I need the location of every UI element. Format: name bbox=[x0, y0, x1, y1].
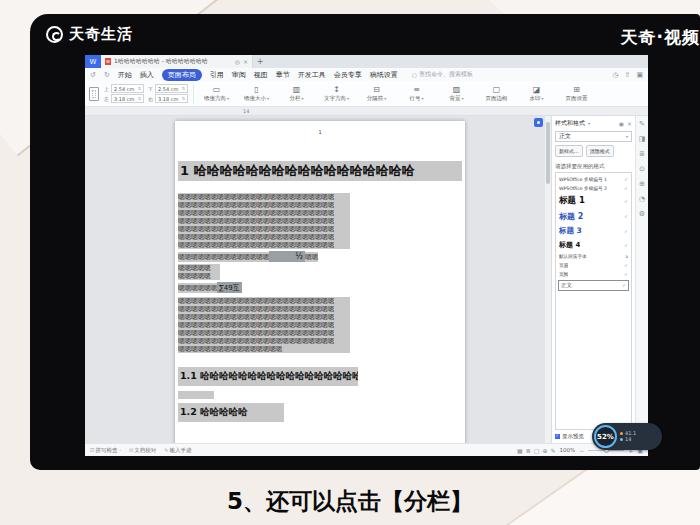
menu-item[interactable]: 章节 bbox=[276, 70, 290, 80]
style-item[interactable]: WPSOffice 多级编号 1 ✓ bbox=[556, 175, 631, 184]
undo-icon[interactable]: ↺ bbox=[90, 71, 96, 79]
spinner-arrows-icon[interactable]: ⇅ bbox=[138, 96, 141, 101]
menu-item[interactable]: 插入 bbox=[140, 70, 154, 80]
scrollbar-thumb[interactable] bbox=[546, 122, 550, 184]
spinner-arrows-icon[interactable]: ⇅ bbox=[182, 96, 185, 101]
menu-utility-icon[interactable]: ▣ bbox=[636, 71, 643, 79]
pane-close-icon[interactable]: × bbox=[627, 120, 632, 127]
status-item[interactable]: ☑ 拼写检查 · bbox=[90, 447, 121, 454]
side-tool-icon[interactable]: ≣ bbox=[639, 151, 645, 158]
style-dropdown[interactable]: 正文 ▾ bbox=[555, 131, 632, 142]
pane-pin-icon[interactable]: ◉ bbox=[619, 120, 624, 127]
side-tool-icon[interactable]: ◨ bbox=[639, 136, 646, 143]
document-locate-pin-icon[interactable] bbox=[534, 118, 543, 127]
ribbon-button[interactable]: ≡ 行号▾ bbox=[399, 86, 434, 102]
ribbon-button[interactable]: ⊟ 分隔符▾ bbox=[359, 86, 394, 102]
style-item[interactable]: 标题 3 ✓ bbox=[556, 224, 631, 238]
style-item-checkmark: ✓ bbox=[624, 229, 628, 234]
side-tool-icon[interactable]: ⚙ bbox=[639, 211, 645, 218]
style-item[interactable]: 正文 ✓ bbox=[558, 280, 629, 291]
spinner-arrows-icon[interactable]: ⇅ bbox=[182, 86, 185, 91]
style-item[interactable]: 默认段落字体 a bbox=[556, 252, 631, 261]
ribbon-button[interactable]: ◪ 水印▾ bbox=[519, 86, 554, 102]
inline-sum-equation[interactable]: ∑49互 bbox=[217, 282, 242, 293]
checkbox-checked-icon[interactable] bbox=[555, 434, 560, 439]
ribbon-button[interactable]: ⊞ 页面设置▾ bbox=[559, 86, 594, 102]
document-canvas[interactable]: 1 1 哈哈哈哈哈哈哈哈哈哈哈哈哈哈哈哈哈 嗯嗯嗯嗯嗯嗯嗯嗯嗯嗯嗯嗯嗯嗯嗯嗯嗯嗯… bbox=[85, 116, 545, 443]
status-item-icon: ☑ bbox=[90, 447, 94, 453]
status-item[interactable]: ⊡ 文档校对 bbox=[129, 447, 156, 454]
document-icon: W bbox=[105, 58, 111, 65]
view-mode-icon[interactable]: ≣ bbox=[526, 447, 531, 454]
style-item[interactable]: WPSOffice 多级编号 2 ✓ bbox=[556, 184, 631, 193]
document-page[interactable]: 1 1 哈哈哈哈哈哈哈哈哈哈哈哈哈哈哈哈哈 嗯嗯嗯嗯嗯嗯嗯嗯嗯嗯嗯嗯嗯嗯嗯嗯嗯嗯… bbox=[175, 121, 465, 443]
menu-item[interactable]: 引用 bbox=[210, 70, 224, 80]
menu-item[interactable]: 开发工具 bbox=[298, 70, 326, 80]
paragraph-line: 嗯嗯嗯嗯嗯嗯嗯嗯嗯嗯嗯嗯嗯嗯嗯嗯嗯嗯嗯嗯嗯嗯嗯嗯 bbox=[178, 217, 350, 225]
new-tab-button[interactable]: + bbox=[253, 55, 267, 68]
style-item[interactable]: 页眉 ✓ bbox=[556, 261, 631, 270]
style-item[interactable]: 标题 4 ✓ bbox=[556, 238, 631, 252]
margin-spinner[interactable]: 上 2.54 cm⇅ bbox=[104, 84, 144, 93]
redo-icon[interactable]: ↻ bbox=[104, 71, 110, 79]
ribbon-button[interactable]: ▢ 页面边框▾ bbox=[479, 86, 514, 102]
menu-item[interactable]: 稿纸设置 bbox=[370, 70, 398, 80]
tab-close-icon[interactable]: × bbox=[243, 58, 248, 65]
margin-label: 左 bbox=[104, 96, 109, 102]
menu-item[interactable]: 视图 bbox=[254, 70, 268, 80]
paragraph-line: 嗯嗯嗯嗯嗯嗯嗯嗯嗯嗯嗯嗯嗯嗯嗯嗯嗯嗯嗯嗯嗯嗯嗯嗯 bbox=[178, 241, 350, 249]
booster-overlay-widget[interactable]: 52% 41.1 14 bbox=[592, 423, 662, 450]
menu-utility-icon[interactable]: ⇧ bbox=[625, 71, 631, 79]
ribbon-button[interactable]: ▥ 分栏▾ bbox=[279, 86, 314, 102]
document-tab[interactable]: W 1哈哈哈哈哈哈哈 - 哈哈哈哈哈哈哈 ◎ × bbox=[101, 55, 253, 68]
view-mode-icon[interactable]: ▦ bbox=[517, 447, 523, 454]
style-item[interactable]: 标题 2 ✓ bbox=[556, 209, 631, 224]
new-style-button[interactable]: 新样式... bbox=[555, 145, 583, 157]
doc-paragraph-2: 嗯嗯嗯嗯嗯嗯嗯嗯嗯嗯嗯嗯嗯嗯嗯嗯嗯嗯嗯嗯嗯嗯嗯嗯嗯嗯嗯嗯嗯嗯嗯嗯嗯嗯嗯嗯嗯嗯嗯嗯… bbox=[178, 297, 350, 353]
paragraph-line: 嗯嗯嗯嗯嗯嗯嗯嗯嗯嗯嗯嗯嗯嗯嗯嗯嗯嗯嗯嗯嗯嗯嗯嗯 bbox=[178, 321, 350, 329]
ribbon-button[interactable]: ▯ 纸张大小▾ bbox=[239, 86, 274, 102]
style-item[interactable]: 标题 1 ✓ bbox=[556, 193, 631, 209]
zoom-out-button[interactable]: − bbox=[579, 447, 584, 454]
horizontal-ruler[interactable]: 14 bbox=[85, 107, 648, 116]
ribbon-button[interactable]: ↕ 文字方向▾ bbox=[319, 86, 354, 102]
view-mode-icon[interactable]: ✎ bbox=[551, 447, 556, 454]
command-search[interactable]: ○ 查找命令、搜索模板 bbox=[412, 70, 473, 79]
paragraph-line: 嗯嗯嗯嗯嗯嗯嗯嗯嗯嗯嗯嗯嗯嗯嗯嗯嗯嗯嗯嗯嗯嗯嗯嗯 bbox=[178, 337, 350, 345]
ribbon-button[interactable]: ▨ 背景▾ bbox=[439, 86, 474, 102]
menu-utility-icon[interactable]: ◷ bbox=[612, 71, 618, 79]
summation-line-text: 嗯嗯嗯嗯嗯嗯 bbox=[178, 283, 217, 293]
margin-spinner[interactable]: 左 3.18 cm⇅ bbox=[104, 94, 144, 103]
status-item[interactable]: ✎ 输入手迹 bbox=[164, 447, 191, 454]
ribbon-button[interactable]: ▭ 纸张方向▾ bbox=[199, 86, 234, 102]
inline-equation[interactable]: ½ bbox=[269, 251, 305, 262]
view-mode-icon[interactable]: ▢ bbox=[534, 447, 540, 454]
chevron-down-icon[interactable]: ▾ bbox=[588, 121, 590, 126]
menu-item[interactable]: 开始 bbox=[118, 70, 132, 80]
ribbon-button-label: 纸张大小 bbox=[244, 95, 266, 101]
side-tool-icon[interactable]: ⊙ bbox=[639, 166, 645, 173]
zoom-level[interactable]: 100% bbox=[560, 447, 576, 453]
wps-home-button[interactable]: W bbox=[85, 55, 101, 68]
margin-spinner[interactable]: 下 2.54 cm⇅ bbox=[148, 84, 188, 93]
menu-item[interactable]: 审阅 bbox=[232, 70, 246, 80]
tab-pin-icon[interactable]: ◎ bbox=[235, 58, 240, 65]
booster-percent-badge[interactable]: 52% bbox=[594, 425, 617, 448]
clear-format-button[interactable]: 清除格式 bbox=[586, 145, 614, 157]
menu-item[interactable]: 页面布局 bbox=[162, 69, 202, 81]
ribbon-button-icon: ↕ bbox=[333, 86, 340, 94]
style-item-label: 标题 4 bbox=[559, 240, 580, 250]
style-item[interactable]: 页脚 ✓ bbox=[556, 270, 631, 279]
tianqi-logo-icon bbox=[46, 26, 63, 43]
spinner-arrows-icon[interactable]: ⇅ bbox=[138, 86, 141, 91]
ribbon-button-icon: ▭ bbox=[213, 86, 221, 94]
menu-item[interactable]: 会员专享 bbox=[334, 70, 362, 80]
side-tool-icon[interactable]: ◔ bbox=[639, 196, 645, 203]
side-tool-icon[interactable]: ✎ bbox=[639, 121, 645, 128]
side-tool-icon[interactable]: ⊕ bbox=[639, 181, 645, 188]
style-item-label: WPSOffice 多级编号 2 bbox=[559, 186, 607, 191]
view-mode-icon[interactable]: ⊕ bbox=[542, 447, 547, 454]
ruler-mark: 14 bbox=[243, 108, 249, 114]
margin-spinner[interactable]: 右 3.18 cm⇅ bbox=[148, 94, 188, 103]
ribbon-button-icon: ▢ bbox=[493, 86, 501, 94]
